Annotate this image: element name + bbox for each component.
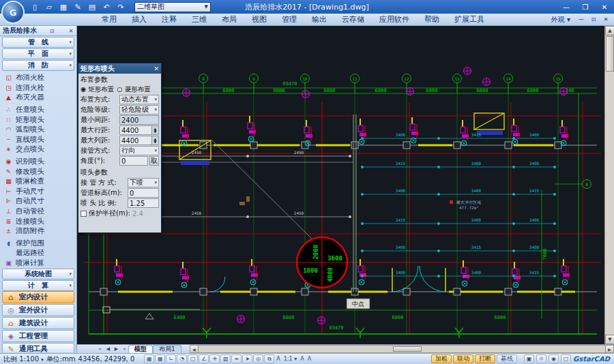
tab-insert[interactable]: 插入: [126, 14, 153, 25]
tool-fire-accessory[interactable]: ±消防附件: [4, 226, 76, 237]
scroll-up-icon[interactable]: ▲: [605, 26, 614, 35]
vertical-scrollbar[interactable]: ▲ ▼: [604, 26, 614, 344]
layout-mode-select[interactable]: 动态布置▾: [119, 95, 159, 104]
last-layout-icon[interactable]: »: [121, 346, 128, 352]
palette-close-icon[interactable]: ✕: [67, 28, 75, 34]
tool-arc-sprinkler[interactable]: ◠弧型喷头: [4, 125, 76, 135]
horizontal-scroll-thumb[interactable]: [393, 346, 422, 352]
tool-spray-calc[interactable]: ▣喷淋计算: [4, 258, 76, 269]
group-calculation[interactable]: 计 算▾: [2, 280, 74, 291]
tool-auto-dim[interactable]: ⊩自动尺寸: [4, 196, 76, 207]
tool-place-hydrant[interactable]: ◱布消火栓: [4, 73, 76, 83]
save-icon[interactable]: ▦: [57, 1, 70, 12]
min-spacing-input[interactable]: 2400: [119, 115, 159, 125]
tab-layout[interactable]: 布局: [216, 14, 243, 25]
tool-intersect-sprinkler[interactable]: ∗交点喷头: [4, 145, 76, 155]
open-file-icon[interactable]: ▱: [43, 1, 55, 12]
dialog-titlebar[interactable]: 矩形布喷头 ✕: [78, 63, 161, 74]
tab-output[interactable]: 输出: [306, 14, 333, 25]
toggle-linkage[interactable]: 联动: [453, 354, 473, 363]
appearance-dropdown[interactable]: 外观 ▾: [551, 15, 570, 25]
minimize-button[interactable]: —: [557, 1, 576, 13]
tab-home[interactable]: 常用: [96, 14, 123, 25]
mode-interior-design[interactable]: ⌂室内设计: [2, 291, 74, 303]
max-row-input[interactable]: 4400: [119, 125, 152, 135]
max-col-spinner[interactable]: ▲▼: [152, 136, 159, 145]
tab-layout1[interactable]: 布局1: [153, 345, 181, 353]
tool-modify-sprinkler[interactable]: ✎修改喷头: [4, 166, 76, 177]
sync-icon[interactable]: ◉: [549, 354, 559, 363]
tool-protection-range[interactable]: ◖保护范围: [4, 239, 76, 249]
tool-rect-sprinkler[interactable]: ∷矩形喷头: [4, 115, 76, 125]
dyn-input-icon[interactable]: ✛: [209, 354, 220, 363]
tool-connect-sprinkler[interactable]: ≣连接喷头: [4, 216, 76, 226]
head-scale-input[interactable]: 1.25: [128, 198, 159, 208]
scroll-right-icon[interactable]: ▶: [605, 346, 613, 352]
grid-icon[interactable]: ▦: [155, 354, 165, 363]
screen-icon[interactable]: ▣: [524, 354, 534, 363]
ortho-icon[interactable]: ∟: [166, 354, 176, 363]
mode-common-tools[interactable]: ✎通用工具: [2, 343, 74, 352]
tool-farthest-path[interactable]: 最远路径: [4, 248, 76, 258]
annotation-auto-icon[interactable]: A: [306, 354, 312, 363]
tab-view[interactable]: 视图: [246, 14, 273, 25]
max-col-input[interactable]: 4400: [119, 136, 152, 145]
lineweight-icon[interactable]: ▧: [220, 354, 231, 363]
dialog-close-icon[interactable]: ✕: [154, 65, 159, 72]
redo-icon[interactable]: ↷: [115, 1, 127, 12]
max-row-spinner[interactable]: ▲▼: [152, 125, 159, 135]
hazard-select[interactable]: 轻危险级▾: [119, 105, 159, 115]
tab-cloud[interactable]: 云存储: [336, 14, 370, 25]
pipe-dir-select[interactable]: 行向▾: [119, 146, 159, 155]
group-plan[interactable]: 平 面▾: [2, 48, 74, 59]
mode-building-design[interactable]: ⌂建筑设计: [2, 317, 74, 329]
osnap-icon[interactable]: ▢: [188, 354, 198, 363]
annotation-scale-dropdown[interactable]: 1:1 ▾: [282, 354, 298, 363]
prev-layout-icon[interactable]: ◀: [104, 346, 112, 352]
toggle-break[interactable]: 打断: [475, 354, 495, 363]
radio-diamond-layout[interactable]: ○ 菱形布置: [117, 85, 150, 94]
new-file-icon[interactable]: ▯: [29, 1, 41, 12]
vertical-scroll-thumb[interactable]: [606, 36, 614, 72]
maximize-button[interactable]: ❐: [576, 1, 595, 13]
save-as-icon[interactable]: ✎: [72, 1, 84, 12]
tab-model[interactable]: 模型: [128, 345, 153, 353]
transparency-icon[interactable]: ≡: [231, 354, 242, 363]
tool-identify-sprinkler[interactable]: ◉识别喷头: [4, 157, 76, 167]
workspace-switch-icon[interactable]: ⧉: [264, 354, 274, 363]
annotation-visibility-icon[interactable]: A: [299, 354, 305, 363]
doc-restore-button[interactable]: ⊡: [588, 15, 599, 24]
scale-dropdown[interactable]: 比例 1:100 ▾: [3, 354, 44, 364]
annotation-icon[interactable]: A: [275, 354, 281, 363]
tool-manual-dim[interactable]: ⊢手动尺寸: [4, 187, 76, 197]
tab-manage[interactable]: 管理: [276, 14, 303, 25]
radio-rect-layout[interactable]: ◉ 矩形布置: [81, 85, 114, 94]
workspace-dropdown[interactable]: 二维草图 ▼: [134, 2, 211, 12]
snap-icon[interactable]: ▦: [144, 354, 154, 363]
light-icon[interactable]: ☼: [536, 354, 546, 363]
elev-input[interactable]: 0: [128, 188, 159, 198]
mode-project-management[interactable]: ◈工程管理: [2, 330, 74, 342]
close-button[interactable]: ✕: [595, 1, 614, 13]
app-logo-icon[interactable]: G: [1, 1, 25, 24]
print-icon[interactable]: ▤: [86, 1, 98, 12]
palette-pin-icon[interactable]: ⊡: [48, 28, 56, 34]
zoom-tool-icon[interactable]: ◎: [253, 354, 263, 363]
doc-minimize-button[interactable]: —: [576, 15, 587, 24]
tab-3d[interactable]: 三维: [186, 14, 213, 25]
angle-pick-button[interactable]: 取: [149, 156, 159, 166]
group-fire[interactable]: 消 防▾: [2, 60, 74, 71]
tab-annotate[interactable]: 注释: [156, 14, 183, 25]
tab-help[interactable]: 帮助: [418, 14, 445, 25]
mode-exterior-design[interactable]: ◎室外设计: [2, 304, 74, 316]
next-layout-icon[interactable]: ▶: [113, 346, 120, 352]
tool-place-extinguisher[interactable]: ▲布灭火器: [4, 93, 76, 103]
doc-close-button[interactable]: ✕: [600, 15, 611, 24]
group-system-drawing[interactable]: 系统绘图▾: [2, 269, 74, 279]
scroll-left-icon[interactable]: ◀: [190, 346, 199, 352]
connect-select[interactable]: 下喷▾: [128, 178, 159, 187]
polar-icon[interactable]: ◔: [177, 354, 187, 363]
scroll-down-icon[interactable]: ▼: [605, 335, 614, 344]
toggle-bold[interactable]: 加粗: [431, 354, 452, 363]
first-layout-icon[interactable]: «: [96, 346, 104, 352]
